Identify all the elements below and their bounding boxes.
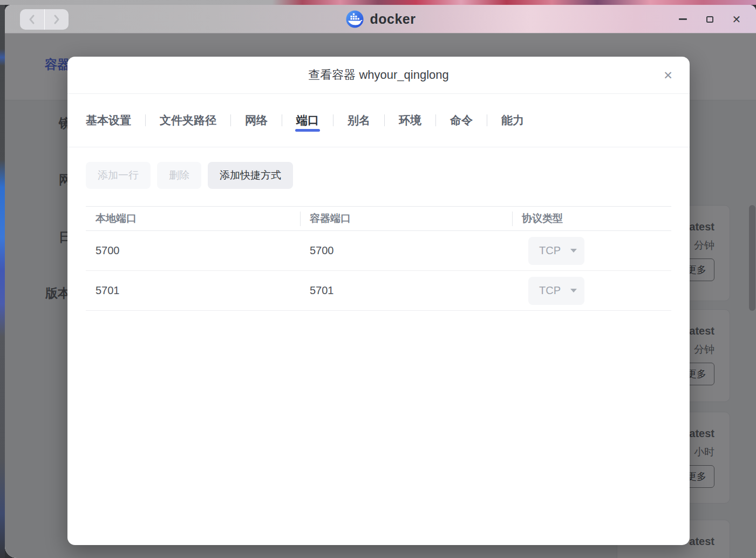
protocol-dropdown[interactable]: TCP	[528, 237, 584, 265]
tab-ports[interactable]: 端口	[296, 113, 319, 128]
chevron-down-icon	[570, 249, 577, 253]
tab-basic-settings[interactable]: 基本设置	[86, 113, 131, 128]
window-controls: ✕	[677, 5, 742, 33]
protocol-dropdown[interactable]: TCP	[528, 277, 584, 305]
tab-separator	[487, 114, 487, 126]
add-row-button[interactable]: 添加一行	[86, 162, 151, 189]
close-icon: ✕	[663, 69, 673, 82]
ports-toolbar: 添加一行 删除 添加快捷方式	[86, 162, 293, 189]
tab-separator	[230, 114, 231, 126]
tab-separator	[435, 114, 436, 126]
minimize-button[interactable]	[677, 14, 688, 25]
dialog-header: 查看容器 whyour_qinglong ✕	[67, 57, 690, 94]
protocol-cell: TCP	[512, 231, 671, 270]
tab-folder-path[interactable]: 文件夹路径	[160, 113, 216, 128]
window-title: docker	[5, 5, 756, 33]
tab-network[interactable]: 网络	[245, 113, 268, 128]
ports-table: 本地端口 容器端口 协议类型 5700 5700 TCP 5701	[86, 206, 671, 311]
tab-separator	[384, 114, 385, 126]
local-port-cell[interactable]: 5700	[86, 231, 300, 270]
app-content: 容器 镜 网 日 版本 atest 分钟 更多 atest 分钟 更多 ates…	[5, 33, 756, 558]
protocol-cell: TCP	[512, 271, 671, 310]
tab-separator	[145, 114, 146, 126]
view-container-dialog: 查看容器 whyour_qinglong ✕ 基本设置 文件夹路径 网络 端口 …	[67, 57, 690, 545]
dialog-tabs: 基本设置 文件夹路径 网络 端口 别名 环境 命令 能力	[67, 94, 690, 147]
tab-command[interactable]: 命令	[450, 113, 473, 128]
chevron-down-icon	[570, 289, 577, 292]
close-window-button[interactable]: ✕	[731, 14, 742, 25]
container-port-cell[interactable]: 5700	[300, 231, 512, 270]
dialog-title: 查看容器 whyour_qinglong	[308, 67, 448, 83]
table-row: 5701 5701 TCP	[86, 271, 671, 311]
tab-environment[interactable]: 环境	[399, 113, 421, 128]
app-title: docker	[370, 11, 416, 27]
tab-separator	[282, 114, 282, 126]
tab-separator	[333, 114, 333, 126]
table-header-row: 本地端口 容器端口 协议类型	[86, 206, 671, 231]
minimize-icon	[679, 18, 687, 20]
tab-capabilities[interactable]: 能力	[501, 113, 524, 128]
header-protocol-type: 协议类型	[512, 207, 671, 230]
protocol-value: TCP	[539, 244, 561, 257]
header-container-port: 容器端口	[300, 207, 512, 230]
tab-alias[interactable]: 别名	[348, 113, 370, 128]
add-shortcut-button[interactable]: 添加快捷方式	[208, 162, 293, 189]
local-port-cell[interactable]: 5701	[86, 271, 300, 310]
wallpaper-left-strip	[0, 5, 5, 558]
maximize-button[interactable]	[704, 14, 715, 25]
delete-button[interactable]: 删除	[157, 162, 201, 189]
wallpaper-top-strip	[0, 0, 756, 5]
table-row: 5700 5700 TCP	[86, 231, 671, 271]
header-local-port: 本地端口	[86, 207, 300, 230]
container-port-cell[interactable]: 5701	[300, 271, 512, 310]
protocol-value: TCP	[539, 284, 561, 297]
title-bar: docker ✕	[5, 5, 756, 33]
app-window: docker ✕ 容器 镜 网 日 版本 atest 分钟 更多 atest 分…	[5, 5, 756, 558]
docker-whale-icon	[345, 10, 364, 29]
maximize-icon	[706, 16, 713, 23]
close-dialog-button[interactable]: ✕	[657, 57, 679, 94]
